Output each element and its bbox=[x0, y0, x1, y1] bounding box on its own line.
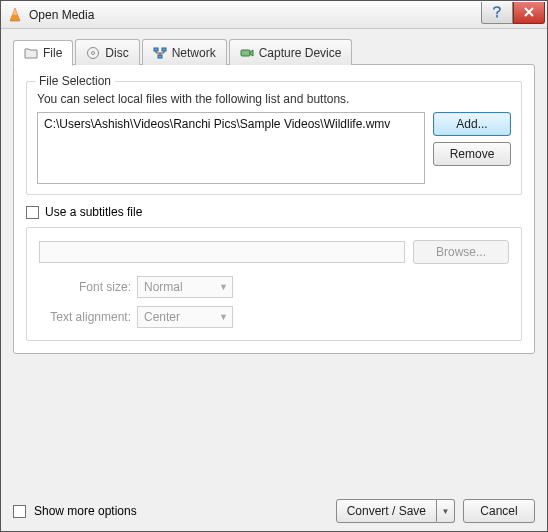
tab-file[interactable]: File bbox=[13, 40, 73, 66]
file-selection-group: File Selection You can select local file… bbox=[26, 81, 522, 195]
svg-rect-0 bbox=[12, 20, 18, 21]
subtitles-path-input bbox=[39, 241, 405, 263]
cancel-button[interactable]: Cancel bbox=[463, 499, 535, 523]
window-title: Open Media bbox=[29, 8, 481, 22]
app-icon bbox=[7, 7, 23, 23]
tab-strip: File Disc Network Capture Device bbox=[13, 39, 535, 65]
remove-button[interactable]: Remove bbox=[433, 142, 511, 166]
close-icon bbox=[523, 7, 535, 17]
tab-capture[interactable]: Capture Device bbox=[229, 39, 353, 65]
tab-network-label: Network bbox=[172, 46, 216, 60]
tab-disc-label: Disc bbox=[105, 46, 128, 60]
convert-save-label: Convert / Save bbox=[347, 504, 426, 518]
client-area: File Disc Network Capture Device bbox=[1, 29, 547, 531]
use-subtitles-row[interactable]: Use a subtitles file bbox=[26, 205, 522, 219]
titlebar: Open Media bbox=[1, 1, 547, 29]
subtitles-group: Browse... Font size: Normal ▼ Text align… bbox=[26, 227, 522, 341]
tab-capture-label: Capture Device bbox=[259, 46, 342, 60]
text-alignment-combo: Center ▼ bbox=[137, 306, 233, 328]
svg-rect-3 bbox=[154, 48, 158, 51]
file-item[interactable]: C:\Users\Ashish\Videos\Ranchi Pics\Sampl… bbox=[44, 117, 418, 131]
add-button-label: Add... bbox=[456, 117, 487, 131]
use-subtitles-checkbox[interactable] bbox=[26, 206, 39, 219]
chevron-down-icon: ▼ bbox=[219, 282, 228, 292]
convert-save-split-button[interactable]: Convert / Save ▼ bbox=[336, 499, 455, 523]
help-icon bbox=[492, 6, 502, 18]
file-list[interactable]: C:\Users\Ashish\Videos\Ranchi Pics\Sampl… bbox=[37, 112, 425, 184]
use-subtitles-label: Use a subtitles file bbox=[45, 205, 142, 219]
show-more-checkbox[interactable] bbox=[13, 505, 26, 518]
add-button[interactable]: Add... bbox=[433, 112, 511, 136]
browse-button: Browse... bbox=[413, 240, 509, 264]
tab-network[interactable]: Network bbox=[142, 39, 227, 65]
file-selection-desc: You can select local files with the foll… bbox=[37, 92, 511, 106]
svg-rect-5 bbox=[158, 55, 162, 58]
network-icon bbox=[153, 46, 167, 60]
open-media-dialog: Open Media File bbox=[0, 0, 548, 532]
file-selection-title: File Selection bbox=[35, 74, 115, 88]
convert-save-button[interactable]: Convert / Save bbox=[336, 499, 437, 523]
folder-icon bbox=[24, 46, 38, 60]
cancel-button-label: Cancel bbox=[480, 504, 517, 518]
tab-disc[interactable]: Disc bbox=[75, 39, 139, 65]
chevron-down-icon: ▼ bbox=[442, 507, 450, 516]
remove-button-label: Remove bbox=[450, 147, 495, 161]
show-more-label: Show more options bbox=[34, 504, 137, 518]
browse-button-label: Browse... bbox=[436, 245, 486, 259]
capture-icon bbox=[240, 46, 254, 60]
font-size-label: Font size: bbox=[39, 280, 131, 294]
tabpanel-file: File Selection You can select local file… bbox=[13, 64, 535, 354]
chevron-down-icon: ▼ bbox=[219, 312, 228, 322]
font-size-combo: Normal ▼ bbox=[137, 276, 233, 298]
convert-save-dropdown[interactable]: ▼ bbox=[437, 499, 455, 523]
titlebar-buttons bbox=[481, 2, 547, 24]
bottom-bar: Show more options Convert / Save ▼ Cance… bbox=[13, 491, 535, 523]
text-alignment-value: Center bbox=[144, 310, 180, 324]
svg-rect-6 bbox=[241, 50, 250, 56]
text-alignment-label: Text alignment: bbox=[39, 310, 131, 324]
tab-file-label: File bbox=[43, 46, 62, 60]
font-size-value: Normal bbox=[144, 280, 183, 294]
disc-icon bbox=[86, 46, 100, 60]
svg-point-2 bbox=[92, 51, 95, 54]
close-button[interactable] bbox=[513, 2, 545, 24]
svg-rect-4 bbox=[162, 48, 166, 51]
help-button[interactable] bbox=[481, 2, 513, 24]
